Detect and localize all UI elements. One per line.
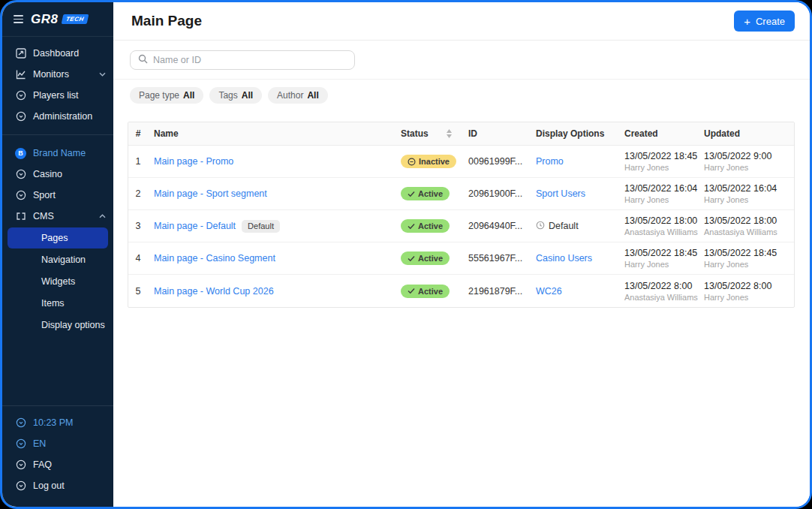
sidebar-item-sport[interactable]: Sport: [2, 185, 113, 206]
dashboard-icon: [15, 48, 26, 59]
status-label: Active: [418, 221, 443, 230]
create-button-label: Create: [756, 16, 785, 27]
sidebar-item-time[interactable]: 10:23 PM: [2, 412, 113, 433]
column-header-num: #: [128, 128, 154, 139]
chip-value: All: [242, 90, 253, 101]
chip-label: Tags: [218, 90, 237, 101]
display-option-cell: Default: [536, 221, 624, 232]
language-globe-icon: [15, 438, 26, 450]
sidebar-subitem-items[interactable]: Items: [8, 293, 108, 314]
create-button[interactable]: + Create: [734, 11, 795, 32]
updated-cell: 13/05/2022 18:00 Anastasiya Williams: [704, 211, 794, 241]
chip-label: Author: [277, 90, 303, 101]
search-box: [130, 50, 355, 70]
display-option-link[interactable]: WC26: [536, 286, 562, 297]
chip-value: All: [183, 90, 194, 101]
filter-chips-row: Page type All Tags All Author All: [113, 80, 810, 111]
created-author: Anastasiya Williams: [624, 293, 698, 302]
brand-badge-icon: B: [15, 148, 26, 159]
row-number: 5: [128, 286, 154, 297]
sidebar-item-cms[interactable]: CMS: [2, 206, 113, 227]
administration-icon: [15, 111, 26, 122]
filter-chip-tags[interactable]: Tags All: [209, 87, 262, 104]
sidebar-subitem-label: Display options: [41, 320, 105, 330]
page-id: 20964940F...: [468, 221, 536, 231]
table-row[interactable]: 2 Main page - Sport segment Active 20961…: [128, 178, 794, 210]
sidebar-item-label: Monitors: [33, 69, 69, 80]
created-date: 13/05/2022 8:00: [624, 281, 698, 291]
search-icon: [138, 53, 148, 67]
created-cell: 13/05/2022 16:04 Harry Jones: [624, 179, 704, 209]
sidebar-item-logout[interactable]: Log out: [2, 475, 113, 496]
sidebar-item-players-list[interactable]: Players list: [2, 85, 113, 106]
sidebar-item-label: CMS: [33, 211, 54, 221]
filter-chip-page-type[interactable]: Page type All: [130, 87, 203, 104]
row-number: 4: [128, 253, 154, 264]
default-display-icon: [536, 221, 545, 232]
table-row[interactable]: 5 Main page - World Cup 2026 Active 2196…: [128, 275, 794, 307]
status-label: Active: [418, 189, 443, 198]
created-date: 13/05/2022 18:45: [624, 248, 698, 258]
table-row[interactable]: 4 Main page - Casino Segment Active 5556…: [128, 242, 794, 275]
created-date: 13/05/2022 16:04: [624, 183, 698, 194]
sidebar-item-casino[interactable]: Casino: [2, 164, 113, 185]
sidebar-mid-group: B Brand Name Casino Sport CMS: [2, 137, 113, 342]
sidebar-subitem-display-options[interactable]: Display options: [8, 315, 108, 336]
sidebar-item-label: EN: [33, 438, 46, 449]
created-author: Harry Jones: [624, 260, 698, 269]
sort-icon[interactable]: [447, 129, 452, 138]
players-icon: [15, 90, 26, 101]
page-id: 21961879F...: [468, 286, 536, 297]
display-option-link[interactable]: Casino Users: [536, 253, 592, 264]
table-row[interactable]: 1 Main page - Promo Inactive 00961999F..…: [128, 146, 794, 178]
updated-cell: 13/05/2022 18:45 Harry Jones: [704, 243, 794, 273]
status-badge: Active: [401, 219, 450, 233]
sidebar-subitem-pages[interactable]: Pages: [8, 227, 108, 248]
sidebar-spacer: [2, 342, 113, 404]
sidebar-item-dashboard[interactable]: Dashboard: [2, 43, 113, 64]
display-option-text: Default: [549, 221, 579, 231]
sidebar-item-label: Dashboard: [33, 48, 79, 59]
page-name-link[interactable]: Main page - Default: [154, 221, 236, 231]
sidebar-bottom-group: 10:23 PM EN FAQ Log out: [2, 408, 113, 507]
sidebar-item-label: Administration: [33, 111, 92, 122]
table-row[interactable]: 3 Main page - Default Default Active 209…: [128, 210, 794, 242]
status-badge: Inactive: [401, 155, 456, 168]
sidebar-divider: [2, 134, 113, 135]
sidebar-subitem-widgets[interactable]: Widgets: [8, 271, 108, 292]
sidebar-item-brand-name[interactable]: B Brand Name: [2, 143, 113, 164]
sidebar-subitem-navigation[interactable]: Navigation: [8, 249, 108, 270]
filter-chip-author[interactable]: Author All: [268, 87, 328, 104]
sidebar-top-group: Dashboard Monitors Players list: [2, 37, 113, 133]
sidebar-item-language[interactable]: EN: [2, 433, 113, 454]
updated-cell: 13/05/2022 8:00 Harry Jones: [704, 276, 794, 306]
updated-date: 13/05/2022 18:00: [704, 215, 788, 226]
updated-author: Harry Jones: [704, 163, 788, 172]
menu-hamburger-icon[interactable]: [14, 15, 23, 23]
sidebar-subitem-label: Widgets: [41, 276, 75, 287]
row-number: 2: [128, 188, 154, 199]
page-name-link[interactable]: Main page - World Cup 2026: [154, 286, 274, 297]
sidebar-item-monitors[interactable]: Monitors: [2, 64, 113, 85]
display-option-link[interactable]: Promo: [536, 156, 564, 167]
updated-date: 13/05/2022 16:04: [704, 183, 788, 194]
column-header-name: Name: [154, 128, 401, 139]
display-option-link[interactable]: Sport Users: [536, 188, 585, 199]
sidebar-item-administration[interactable]: Administration: [2, 106, 113, 127]
sidebar-item-label: Casino: [33, 169, 62, 179]
sidebar-subitem-label: Pages: [41, 233, 68, 243]
sidebar-item-faq[interactable]: FAQ: [2, 454, 113, 475]
page-name-link[interactable]: Main page - Promo: [154, 156, 233, 167]
updated-author: Harry Jones: [704, 195, 788, 204]
cms-icon: [15, 211, 26, 222]
page-name-link[interactable]: Main page - Sport segment: [154, 188, 267, 199]
updated-author: Anastasiya Williams: [704, 227, 788, 236]
page-name-link[interactable]: Main page - Casino Segment: [154, 253, 275, 264]
status-label: Inactive: [419, 157, 450, 166]
search-row: [113, 41, 810, 80]
updated-cell: 13/05/2022 9:00 Harry Jones: [704, 146, 794, 176]
logo: GR8: [31, 12, 58, 27]
updated-date: 13/05/2022 9:00: [704, 151, 788, 161]
search-input[interactable]: [153, 55, 347, 65]
faq-icon: [15, 459, 26, 471]
